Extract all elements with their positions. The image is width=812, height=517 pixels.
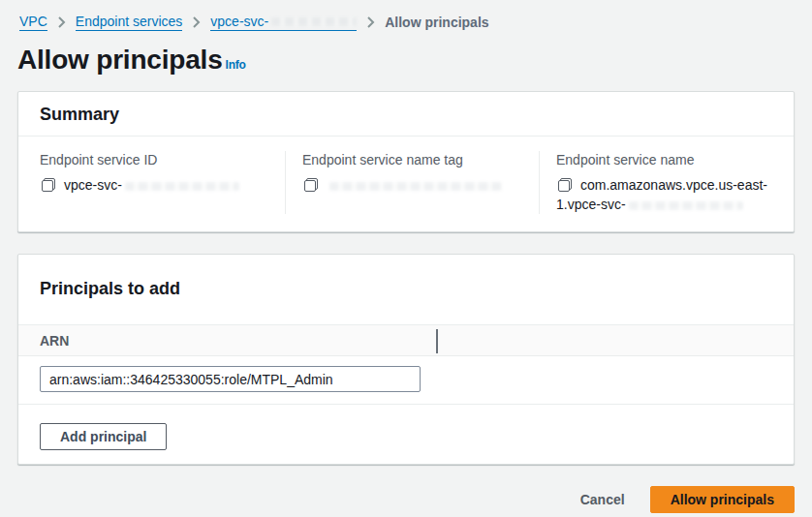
- redacted-text: [271, 17, 357, 26]
- chevron-right-icon: [57, 16, 66, 28]
- arn-column-header: ARN: [18, 324, 794, 356]
- summary-field-endpoint-service-name-tag: Endpoint service name tag: [285, 151, 539, 214]
- info-link[interactable]: Info: [226, 58, 246, 72]
- redacted-text: [629, 201, 743, 210]
- breadcrumb-current: Allow principals: [385, 15, 488, 30]
- allow-principals-button[interactable]: Allow principals: [650, 486, 795, 513]
- summary-card: Summary Endpoint service ID vpce-svc- En…: [17, 91, 795, 232]
- summary-card-header: Summary: [18, 92, 794, 137]
- copy-icon[interactable]: [42, 178, 55, 192]
- field-label: Endpoint service name tag: [302, 151, 523, 168]
- principals-card-header: Principals to add: [18, 255, 794, 324]
- principals-card: Principals to add ARN Add principal: [17, 254, 795, 465]
- redacted-text: [329, 182, 502, 191]
- field-value: vpce-svc-: [40, 175, 269, 195]
- allow-principals-page: VPC Endpoint services vpce-svc- Allow pr…: [0, 0, 812, 517]
- arn-input-row: [18, 356, 794, 404]
- add-principal-button[interactable]: Add principal: [40, 423, 167, 450]
- summary-field-endpoint-service-id: Endpoint service ID vpce-svc-: [18, 151, 285, 214]
- add-principal-row: Add principal: [18, 405, 794, 464]
- breadcrumb-link-vpc[interactable]: VPC: [19, 14, 47, 31]
- redacted-text: [125, 182, 239, 191]
- field-label: Endpoint service ID: [40, 151, 269, 168]
- footer-actions: Cancel Allow principals: [17, 486, 795, 517]
- field-value-text: vpce-svc-: [64, 177, 122, 193]
- summary-content: Endpoint service ID vpce-svc- Endpoint s…: [18, 137, 794, 231]
- arn-column-label: ARN: [40, 333, 69, 349]
- breadcrumb-service-prefix: vpce-svc-: [210, 14, 268, 30]
- field-value: com.amazonaws.vpce.us-east-1.vpce-svc-: [556, 175, 778, 214]
- summary-title: Summary: [40, 105, 772, 125]
- page-title: Allow principalsInfo: [17, 45, 795, 76]
- page-title-text: Allow principals: [17, 45, 223, 75]
- arn-input[interactable]: [40, 366, 421, 392]
- column-resize-divider[interactable]: [436, 329, 438, 353]
- chevron-right-icon: [366, 16, 375, 28]
- chevron-right-icon: [192, 16, 201, 28]
- field-value: [302, 175, 523, 195]
- breadcrumb-link-endpoint-service-id[interactable]: vpce-svc-: [210, 14, 357, 31]
- principals-title: Principals to add: [40, 279, 772, 299]
- breadcrumb: VPC Endpoint services vpce-svc- Allow pr…: [17, 14, 795, 31]
- field-label: Endpoint service name: [556, 151, 778, 168]
- summary-field-endpoint-service-name: Endpoint service name com.amazonaws.vpce…: [539, 151, 794, 214]
- breadcrumb-link-endpoint-services[interactable]: Endpoint services: [76, 14, 183, 31]
- cancel-button[interactable]: Cancel: [580, 488, 625, 511]
- copy-icon[interactable]: [304, 178, 318, 192]
- copy-icon[interactable]: [558, 178, 572, 192]
